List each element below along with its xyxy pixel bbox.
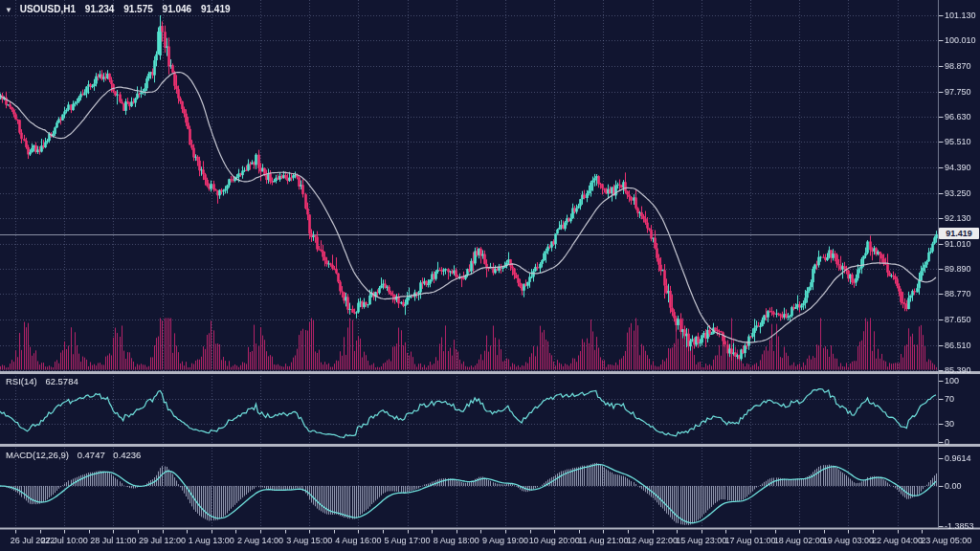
price-axis-tick: 85.390 — [945, 365, 971, 375]
rsi-axis-tick: 100 — [945, 376, 959, 386]
price-axis-tick: 87.650 — [945, 315, 971, 324]
price-axis-tick: 101.130 — [945, 11, 976, 20]
macd-value-main: 0.4747 — [78, 450, 105, 460]
metatrader-chart-window: ▼ USOUSD,H1 91.234 91.575 91.046 91.419 … — [0, 0, 980, 551]
price-axis-tick: 89.890 — [945, 264, 971, 274]
rsi-label-text: RSI(14) — [6, 376, 37, 386]
price-axis-tick: 86.510 — [945, 341, 971, 350]
symbol-timeframe-label: USOUSD,H1 — [20, 4, 76, 14]
macd-indicator-label: MACD(12,26,9) 0.4747 0.4236 — [6, 450, 141, 460]
current-price-tag: 91.419 — [939, 228, 979, 239]
chart-canvas[interactable] — [0, 0, 980, 551]
price-axis-tick: 91.010 — [945, 239, 971, 249]
price-axis-tick: 93.250 — [945, 188, 971, 198]
price-axis-tick: 98.870 — [945, 61, 971, 71]
price-axis-tick: 94.390 — [945, 163, 971, 172]
chart-title-bar: ▼ USOUSD,H1 91.234 91.575 91.046 91.419 — [5, 4, 231, 15]
rsi-value: 62.5784 — [45, 376, 78, 386]
price-axis-tick: 95.510 — [945, 137, 971, 146]
rsi-axis-tick: 70 — [945, 394, 954, 404]
macd-label-text: MACD(12,26,9) — [6, 450, 69, 460]
quote-high: 91.575 — [123, 4, 153, 14]
price-axis-tick: 100.010 — [945, 35, 976, 45]
macd-value-signal: 0.4236 — [113, 450, 141, 460]
price-axis-tick: 96.630 — [945, 112, 971, 121]
quote-low: 91.046 — [163, 4, 192, 14]
time-axis-tick: 23 Aug 05:00 — [916, 536, 977, 545]
rsi-axis-tick: 0 — [945, 437, 949, 447]
quote-open: 91.234 — [85, 4, 115, 14]
macd-axis-tick: 0.9614 — [945, 453, 971, 463]
price-axis-tick: 92.130 — [945, 213, 971, 223]
rsi-axis-tick: 30 — [945, 419, 954, 429]
price-axis-tick: 88.770 — [945, 289, 971, 298]
macd-axis-tick: -1.3853 — [945, 521, 974, 531]
price-axis-tick: 97.750 — [945, 87, 971, 97]
macd-axis-tick: 0.00 — [945, 481, 962, 491]
rsi-indicator-label: RSI(14) 62.5784 — [6, 376, 78, 386]
quote-close: 91.419 — [201, 4, 231, 14]
chevron-down-icon[interactable]: ▼ — [5, 6, 12, 14]
